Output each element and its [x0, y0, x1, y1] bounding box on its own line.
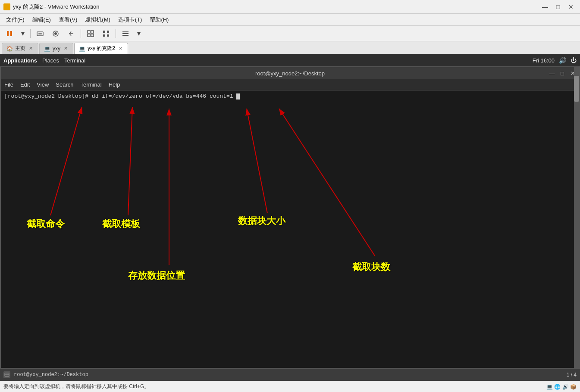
- vm-page-indicator: 1 / 4: [567, 372, 577, 378]
- terminal-prompt: [root@yxy_node2 Desktop]# dd if=/dev/zer…: [4, 93, 233, 100]
- vm-tab-icon-2: 💻: [79, 46, 85, 52]
- terminal-titlebar: root@yxy_node2:~/Desktop — □ ✕: [1, 67, 579, 79]
- annotation-layer: 截取命令 截取模板 存放数据位置 数据块大小 截取块数: [1, 90, 579, 368]
- svg-rect-16: [122, 35, 129, 36]
- svg-rect-9: [91, 34, 94, 37]
- tab-yxy-label: yxy: [53, 46, 60, 52]
- svg-line-19: [128, 107, 132, 215]
- terminal-file[interactable]: File: [4, 81, 13, 88]
- svg-line-22: [279, 109, 375, 256]
- send-ctrl-alt-del[interactable]: [33, 28, 47, 40]
- tab-home-close[interactable]: ✕: [28, 46, 34, 52]
- svg-rect-8: [88, 34, 90, 37]
- tab-clone-close[interactable]: ✕: [117, 46, 123, 52]
- menu-file[interactable]: 文件(F): [3, 15, 28, 25]
- svg-line-18: [50, 107, 82, 215]
- status-icons: 💻 🌐 🔊 📦: [546, 384, 577, 390]
- terminal-maximize[interactable]: □: [558, 69, 566, 77]
- terminal-view[interactable]: View: [37, 81, 49, 88]
- svg-rect-12: [103, 34, 105, 37]
- guest-topbar-right: Fri 16:00 🔊 ⏻: [533, 57, 577, 64]
- vmware-statusbar: 要将输入定向到该虚拟机，请将鼠标指针移入其中或按 Ctrl+G。 💻 🌐 🔊 📦: [0, 381, 580, 392]
- terminal-terminal[interactable]: Terminal: [81, 81, 102, 88]
- terminal-menu[interactable]: Terminal: [64, 57, 85, 64]
- revert-button[interactable]: [64, 28, 78, 40]
- terminal-minimize[interactable]: —: [548, 69, 556, 77]
- svg-line-21: [247, 109, 267, 213]
- menu-view[interactable]: 查看(V): [55, 15, 81, 25]
- menu-help[interactable]: 帮助(H): [146, 15, 172, 25]
- menu-bar: 文件(F) 编辑(E) 查看(V) 虚拟机(M) 选项卡(T) 帮助(H): [0, 14, 580, 26]
- minimize-button[interactable]: —: [539, 1, 551, 12]
- window-controls: — □ ✕: [539, 1, 577, 12]
- vmware-hint-text: 要将输入定向到该虚拟机，请将鼠标指针移入其中或按 Ctrl+G。: [3, 383, 149, 390]
- vm-status-bar: root@yxy_node2:~/Desktop 1 / 4: [0, 369, 580, 381]
- close-button[interactable]: ✕: [565, 1, 577, 12]
- annotation-label-4: 数据块大小: [238, 215, 285, 227]
- vm-tab-icon-1: 💻: [44, 46, 50, 52]
- menu-edit[interactable]: 编辑(E): [29, 15, 54, 25]
- power-icon[interactable]: ⏻: [571, 57, 577, 64]
- svg-rect-7: [91, 31, 94, 33]
- tab-yxy-close[interactable]: ✕: [63, 46, 69, 52]
- guest-topbar: Applications Places Terminal Fri 16:00 🔊…: [0, 54, 580, 66]
- svg-rect-14: [122, 31, 129, 32]
- svg-rect-1: [10, 31, 12, 36]
- view-more-dropdown[interactable]: ▾: [134, 28, 144, 40]
- menu-vm[interactable]: 虚拟机(M): [82, 15, 114, 25]
- terminal-status-icon: [3, 371, 10, 378]
- svg-rect-23: [5, 373, 9, 376]
- tab-home[interactable]: 🏠 主页 ✕: [2, 43, 38, 54]
- applications-menu[interactable]: Applications: [3, 57, 37, 64]
- vm-status-text: root@yxy_node2:~/Desktop: [14, 372, 88, 378]
- terminal-body[interactable]: [root@yxy_node2 Desktop]# dd if=/dev/zer…: [1, 90, 579, 368]
- annotation-label-3: 存放数据位置: [128, 269, 185, 282]
- unity-button[interactable]: [99, 28, 113, 40]
- terminal-cursor: [236, 93, 240, 100]
- terminal-window-controls: — □ ✕: [548, 69, 577, 77]
- tab-home-label: 主页: [15, 45, 25, 52]
- tab-clone[interactable]: 💻 yxy 的克隆2 ✕: [74, 43, 128, 54]
- terminal-title: root@yxy_node2:~/Desktop: [255, 70, 325, 77]
- menu-tabs[interactable]: 选项卡(T): [115, 15, 146, 25]
- vmware-statusbar-right: 💻 🌐 🔊 📦: [546, 384, 577, 390]
- guest-topbar-left: Applications Places Terminal: [3, 57, 85, 64]
- svg-rect-10: [103, 31, 105, 33]
- vmware-icon: [3, 3, 10, 10]
- tab-clone-label: yxy 的克隆2: [88, 45, 115, 52]
- volume-icon[interactable]: 🔊: [559, 57, 566, 64]
- more-button[interactable]: [119, 28, 132, 40]
- terminal-help[interactable]: Help: [109, 81, 120, 88]
- svg-point-5: [54, 32, 57, 35]
- scrollbar[interactable]: [574, 67, 579, 368]
- maximize-button[interactable]: □: [552, 1, 564, 12]
- svg-rect-15: [122, 33, 129, 34]
- terminal-edit[interactable]: Edit: [20, 81, 30, 88]
- pause-button[interactable]: [3, 28, 16, 40]
- scrollbar-thumb[interactable]: [574, 76, 579, 102]
- annotation-label-2: 截取模板: [102, 218, 140, 230]
- pause-dropdown[interactable]: ▾: [18, 28, 28, 40]
- places-menu[interactable]: Places: [42, 57, 59, 64]
- window-title: yxy 的克隆2 - VMware Workstation: [13, 3, 539, 11]
- vm-content[interactable]: Applications Places Terminal Fri 16:00 🔊…: [0, 54, 580, 381]
- tabs-area: 🏠 主页 ✕ 💻 yxy ✕ 💻 yxy 的克隆2 ✕: [0, 41, 580, 54]
- title-bar: yxy 的克隆2 - VMware Workstation — □ ✕: [0, 0, 580, 14]
- terminal-window: root@yxy_node2:~/Desktop — □ ✕ File Edit…: [0, 66, 580, 369]
- svg-rect-13: [107, 34, 109, 37]
- snapshot-button[interactable]: [49, 28, 63, 40]
- vmware-window: yxy 的克隆2 - VMware Workstation — □ ✕ 文件(F…: [0, 0, 580, 392]
- fullscreen-button[interactable]: [84, 28, 97, 40]
- annotation-label-1: 截取命令: [27, 218, 65, 230]
- terminal-search[interactable]: Search: [56, 81, 73, 88]
- tab-yxy[interactable]: 💻 yxy ✕: [39, 43, 73, 54]
- home-icon: 🏠: [6, 46, 13, 52]
- svg-rect-0: [7, 31, 9, 36]
- clock: Fri 16:00: [533, 57, 555, 64]
- annotation-label-5: 截取块数: [352, 261, 390, 274]
- svg-rect-3: [38, 33, 42, 34]
- terminal-menubar: File Edit View Search Terminal Help: [1, 79, 579, 90]
- arrows-svg: [1, 90, 579, 368]
- svg-rect-11: [107, 31, 109, 33]
- svg-rect-6: [88, 31, 90, 33]
